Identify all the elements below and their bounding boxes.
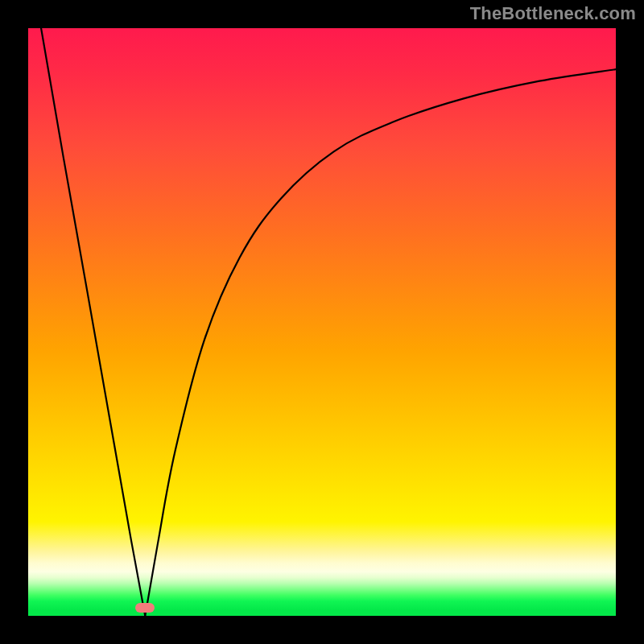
bottleneck-curve [28, 28, 616, 616]
optimum-marker [135, 603, 155, 613]
curve-right-branch [145, 69, 616, 616]
plot-area [28, 28, 616, 616]
curve-left-branch [41, 28, 145, 616]
watermark-text: TheBottleneck.com [470, 3, 636, 24]
chart-frame: TheBottleneck.com [0, 0, 644, 644]
